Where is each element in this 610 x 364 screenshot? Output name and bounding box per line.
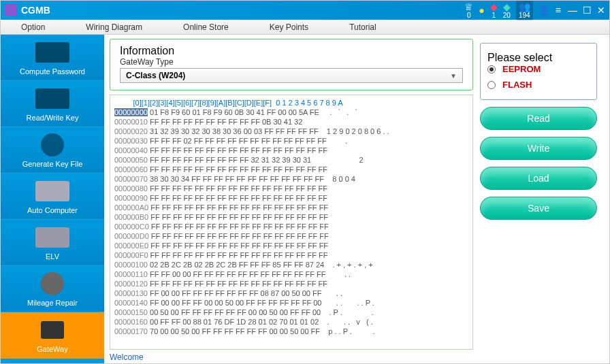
printer-icon [41, 133, 64, 156]
gateway-select-value: C-Class (W204) [126, 71, 185, 80]
read-button[interactable]: Read [480, 107, 597, 130]
sidebar-item-compute-password[interactable]: Compute Password [1, 35, 104, 81]
user-icon[interactable]: 👤 [539, 5, 550, 16]
chevron-down-icon: ▼ [450, 72, 457, 80]
toolbar-icons: ♕0 ● ◆1 ◆20 👥194 👤 ≡ [464, 1, 561, 20]
users-count[interactable]: 👥194 [516, 1, 533, 20]
sidebar-item-label: Mileage Repair [27, 299, 78, 307]
radio-icon [487, 81, 496, 89]
menu-lines-icon[interactable]: ≡ [556, 5, 561, 16]
sidebar-item-elv[interactable]: ELV [1, 220, 104, 266]
chip-icon [41, 321, 64, 339]
sidebar-item-label: Generate Key File [22, 160, 83, 168]
app-logo-icon [5, 4, 17, 16]
coin-icon[interactable]: ● [479, 5, 484, 15]
sidebar-item-label: Compute Password [20, 67, 85, 76]
titlebar: CGMB ♕0 ● ◆1 ◆20 👥194 👤 ≡ — ☐ ✕ [1, 1, 609, 20]
information-group: Information GateWay Type C-Class (W204) … [110, 39, 473, 90]
sidebar-item-gateway[interactable]: GateWay [1, 312, 104, 359]
gateway-type-select[interactable]: C-Class (W204) ▼ [120, 68, 463, 83]
menu-online-store[interactable]: Online Store [183, 22, 229, 32]
info-legend: Information [120, 45, 174, 56]
sidebar-item-label: GateWay [37, 345, 67, 353]
gateway-type-label: GateWay Type [120, 57, 463, 67]
load-button[interactable]: Load [480, 167, 597, 190]
ecu-icon [35, 181, 69, 201]
crown-icon[interactable]: ♕0 [464, 2, 473, 19]
sidebar-item-label: Auto Computer [27, 206, 78, 214]
close-button[interactable]: ✕ [597, 5, 605, 16]
hex-viewer[interactable]: [0][1][2][3][4][5][6][7][8][9][A][B][C][… [110, 95, 473, 350]
select-legend: Please select [487, 52, 552, 63]
sidebar-item-auto-computer[interactable]: Auto Computer [1, 173, 104, 220]
sidebar-item-read-write-key[interactable]: Read/Write Key [1, 81, 104, 127]
sidebar-item-mileage-repair[interactable]: Mileage Repair [1, 266, 104, 312]
write-button[interactable]: Write [480, 137, 597, 160]
radio-label: EEPROM [502, 64, 541, 74]
sidebar-item-label: Read/Write Key [27, 114, 79, 122]
sidebar: Compute Password Read/Write Key Generate… [1, 35, 104, 364]
minimize-button[interactable]: — [568, 5, 577, 16]
gauge-icon [41, 272, 64, 295]
menu-key-points[interactable]: Key Points [270, 22, 308, 32]
compute-password-icon [35, 42, 69, 63]
right-panel: Please select EEPROM FLASH Read Write Lo… [480, 39, 604, 362]
menu-tutorial[interactable]: Tutorial [349, 22, 376, 32]
menubar: Option Wiring Diagram Online Store Key P… [1, 20, 609, 35]
save-button[interactable]: Save [480, 197, 597, 220]
radio-flash[interactable]: FLASH [487, 80, 590, 90]
menu-wiring[interactable]: Wiring Diagram [86, 22, 142, 32]
diamond-red-icon[interactable]: ◆1 [490, 2, 498, 19]
content-area: Information GateWay Type C-Class (W204) … [104, 35, 609, 364]
app-title: CGMB [21, 5, 50, 16]
menu-option[interactable]: Option [21, 22, 45, 32]
radio-eeprom[interactable]: EEPROM [487, 64, 590, 74]
maximize-button[interactable]: ☐ [583, 5, 592, 16]
please-select-group: Please select EEPROM FLASH [480, 43, 597, 100]
radio-label: FLASH [502, 80, 532, 90]
radio-icon [487, 65, 496, 73]
key-icon [35, 88, 69, 109]
board-icon [35, 227, 69, 248]
sidebar-item-label: ELV [46, 252, 59, 261]
welcome-text: Welcome [110, 352, 473, 362]
sidebar-item-generate-key-file[interactable]: Generate Key File [1, 127, 104, 173]
diamond-teal-icon[interactable]: ◆20 [503, 2, 511, 19]
